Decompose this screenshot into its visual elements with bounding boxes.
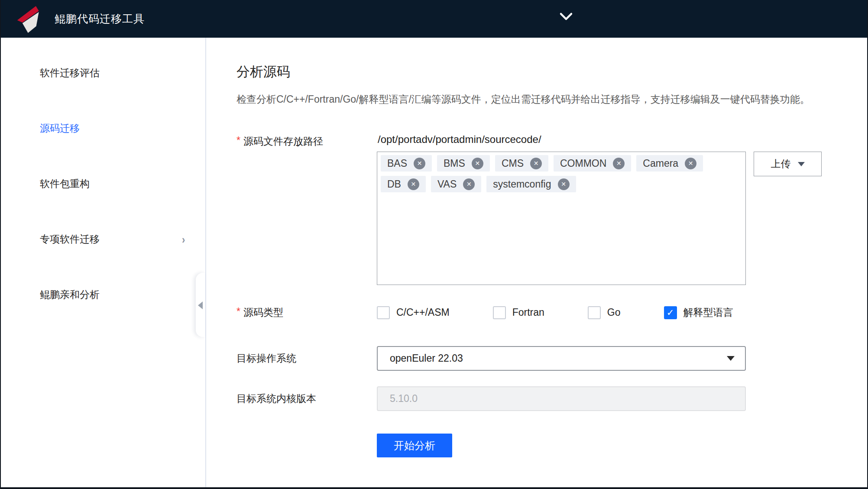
page-title: 分析源码 [236,63,867,81]
app-title: 鲲鹏代码迁移工具 [55,12,145,26]
collapse-left-icon [198,301,203,309]
folder-tag: DB ✕ [381,176,426,192]
sidebar-item-software-package-rebuild[interactable]: 软件包重构 [1,177,205,190]
sidebar-item-label: 软件包重构 [40,178,90,189]
form-row-kernel-version: 目标系统内核版本 [236,386,867,411]
chevron-right-icon: › [182,233,185,248]
folder-tag: VAS ✕ [431,176,481,192]
kernel-version-input [377,386,746,411]
sidebar-item-label: 鲲鹏亲和分析 [40,289,100,300]
folder-tag-label: Camera [643,158,678,169]
body-area: 软件迁移评估 源码迁移 软件包重构 专项软件迁移 › 鲲鹏亲和分析 分析源码 检… [1,38,867,487]
checkbox-c-cpp-asm[interactable]: C/C++/ASM [377,306,450,319]
source-folder-tag-box[interactable]: BAS ✕ BMS ✕ CMS ✕ [377,152,746,285]
checkbox-checked-icon: ✓ [664,306,677,319]
checkbox-unchecked-icon [493,306,506,319]
sidebar-item-dedicated-software-migration[interactable]: 专项软件迁移 › [1,233,205,246]
folder-tag-label: DB [387,178,401,190]
source-type-options: C/C++/ASM Fortran Go ✓ 解释型语言 [377,306,733,319]
source-path-controls: /opt/portadv/portadmin/sourcecode/ BAS ✕… [377,133,822,285]
source-type-label: * 源码类型 [236,306,377,319]
remove-tag-icon[interactable]: ✕ [414,158,425,169]
start-analysis-button[interactable]: 开始分析 [377,434,452,457]
upload-button[interactable]: 上传 [754,152,822,176]
folder-tag-label: BMS [444,158,465,169]
folder-tag-label: systemconfig [493,178,551,190]
source-path-label: * 源码文件存放路径 [236,133,377,148]
page-description: 检查分析C/C++/Fortran/Go/解释型语言/汇编等源码文件，定位出需迁… [236,91,848,107]
sidebar-item-label: 专项软件迁移 [40,233,100,245]
app-window: 鲲鹏代码迁移工具 软件迁移评估 源码迁移 软件包重构 专项软件迁移 › 鲲鹏亲和… [0,0,868,489]
kernel-version-label: 目标系统内核版本 [236,392,377,405]
folder-tag: COMMON ✕ [554,155,631,172]
folder-tag-label: VAS [437,178,457,190]
sidebar-item-source-code-migration[interactable]: 源码迁移 [1,122,205,135]
remove-tag-icon[interactable]: ✕ [558,178,570,190]
caret-down-icon [798,162,805,166]
folder-tag-label: BAS [387,158,407,169]
remove-tag-icon[interactable]: ✕ [408,178,419,190]
checkbox-unchecked-icon [588,306,601,319]
remove-tag-icon[interactable]: ✕ [463,178,475,190]
form-row-target-os: 目标操作系统 openEuler 22.03 [236,346,867,371]
checkbox-go[interactable]: Go [588,306,621,319]
folder-tag: CMS ✕ [495,155,548,172]
remove-tag-icon[interactable]: ✕ [472,158,483,169]
remove-tag-icon[interactable]: ✕ [530,158,542,169]
select-caret-icon [727,356,735,361]
sidebar-collapse-handle[interactable] [196,273,205,337]
upload-button-label: 上传 [771,157,791,171]
folder-tag: BMS ✕ [437,155,490,172]
remove-tag-icon[interactable]: ✕ [613,158,625,169]
folder-tag: Camera ✕ [636,155,703,172]
required-asterisk: * [236,135,240,148]
required-asterisk: * [236,306,240,319]
form-row-source-type: * 源码类型 C/C++/ASM Fortran Go [236,306,867,319]
sidebar-item-software-migration-assessment[interactable]: 软件迁移评估 [1,66,205,79]
folder-tag-label: CMS [502,158,524,169]
folder-tag: BAS ✕ [381,155,432,172]
form-row-submit: 开始分析 [236,434,867,457]
target-os-selected-value: openEuler 22.03 [390,353,463,364]
main-content: 分析源码 检查分析C/C++/Fortran/Go/解释型语言/汇编等源码文件，… [206,38,867,487]
sidebar-nav: 软件迁移评估 源码迁移 软件包重构 专项软件迁移 › 鲲鹏亲和分析 [1,38,206,487]
remove-tag-icon[interactable]: ✕ [685,158,696,169]
checkbox-fortran[interactable]: Fortran [493,306,544,319]
kunpeng-logo-icon [16,4,43,35]
folder-tag-label: COMMON [560,158,606,169]
folder-tag: systemconfig ✕ [486,176,576,192]
top-header-bar: 鲲鹏代码迁移工具 [1,0,867,38]
sidebar-item-label: 软件迁移评估 [40,67,100,78]
source-path-value: /opt/portadv/portadmin/sourcecode/ [377,133,822,146]
form-row-source-path: * 源码文件存放路径 /opt/portadv/portadmin/source… [236,133,867,285]
checkbox-unchecked-icon [377,306,390,319]
sidebar-item-kunpeng-affinity-analysis[interactable]: 鲲鹏亲和分析 [1,288,205,301]
target-os-select[interactable]: openEuler 22.03 [377,346,746,371]
sidebar-item-label: 源码迁移 [40,123,80,134]
checkbox-interpreted-language[interactable]: ✓ 解释型语言 [664,306,733,319]
chevron-down-icon[interactable] [559,10,573,23]
target-os-label: 目标操作系统 [236,352,377,365]
